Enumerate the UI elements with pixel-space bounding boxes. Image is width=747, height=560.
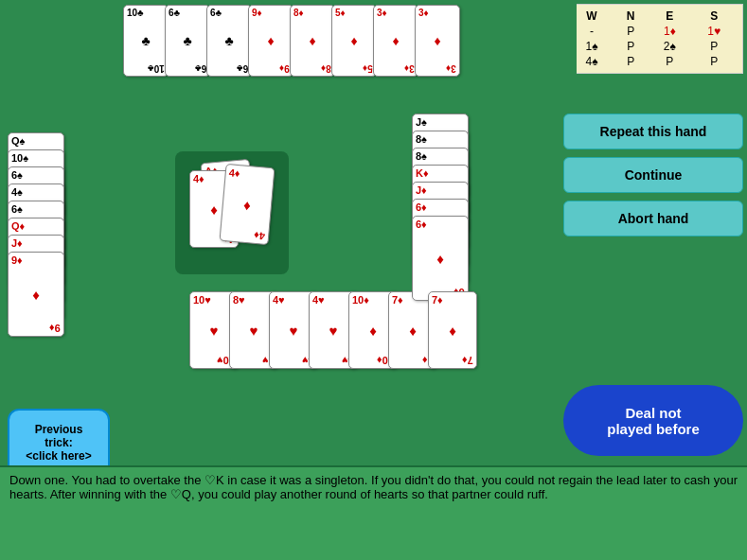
card: 4♦♦4♦	[220, 164, 276, 245]
south-cards: 10♥♥10♥8♥♥8♥4♥♥4♥4♥♥4♥10♦♦10♦7♦♦7♦7♦♦7♦	[189, 291, 477, 369]
deal-not-played-label: Deal notplayed before	[607, 405, 700, 437]
card: 6♣♣6♣	[165, 5, 210, 77]
score-cell-1-1: P	[614, 39, 648, 54]
score-table: W N E S -P1♦1♥1♠P2♠P4♠PPP	[563, 4, 743, 74]
score-cell-0-2: 1♦	[648, 24, 691, 39]
score-cell-0-1: P	[614, 24, 648, 39]
card: 3♦♦3♦	[373, 5, 418, 77]
center-trick-area: A♦♦A♦4♦♦4♦4♦♦4♦	[175, 151, 289, 274]
card: 9♦♦9♦	[8, 252, 64, 337]
card: 3♦♦3♦	[415, 5, 460, 77]
card: 6♦♦6♦	[412, 216, 469, 301]
score-cell-2-3: P	[691, 54, 737, 69]
bottom-message: Down one. You had to overtake the ♡K in …	[0, 465, 747, 560]
score-col-s: S	[691, 9, 737, 24]
repeat-hand-button[interactable]: Repeat this hand	[563, 114, 743, 149]
card: 8♦♦8♦	[290, 5, 335, 77]
card: 9♦♦9♦	[248, 5, 293, 77]
score-col-e: E	[648, 9, 691, 24]
continue-button[interactable]: Continue	[563, 157, 743, 193]
card: 6♣♣6♣	[206, 5, 252, 77]
score-cell-0-3: 1♥	[691, 24, 737, 39]
card: 5♦♦5♦	[331, 5, 377, 77]
score-cell-1-2: 2♠	[648, 39, 691, 54]
prev-trick-label: Previoustrick:<click here>	[26, 423, 91, 463]
west-cards: Q♠♠Q♠10♠♠10♠6♠♠6♠4♠♠4♠6♠♠6♠Q♦♦Q♦J♦♦J♦9♦♦…	[8, 132, 102, 322]
bottom-message-text: Down one. You had to overtake the ♡K in …	[9, 473, 738, 501]
right-panel: Repeat this hand Continue Abort hand	[563, 114, 743, 236]
score-cell-1-3: P	[691, 39, 737, 54]
abort-hand-button[interactable]: Abort hand	[563, 201, 743, 236]
score-cell-2-1: P	[614, 54, 648, 69]
card: 10♣♣10♣	[123, 5, 169, 77]
deal-not-played-button[interactable]: Deal notplayed before	[563, 385, 743, 456]
score-col-n: N	[614, 9, 648, 24]
card: 7♦♦7♦	[428, 291, 477, 369]
north-cards: 10♣♣10♣6♣♣6♣6♣♣6♣9♦♦9♦8♦♦8♦5♦♦5♦3♦♦3♦3♦♦…	[123, 5, 460, 77]
score-cell-2-2: P	[648, 54, 691, 69]
